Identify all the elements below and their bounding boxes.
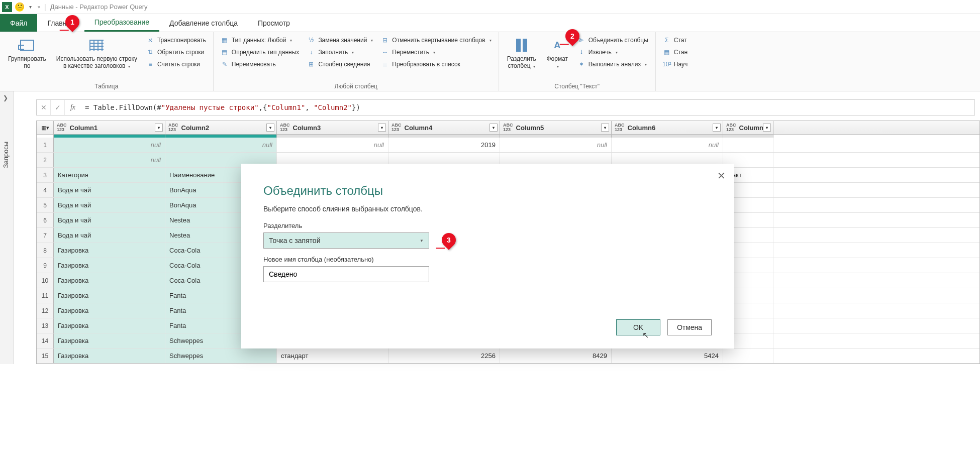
count-rows-button[interactable]: ≡Считать строки xyxy=(144,59,208,69)
table-cell[interactable]: Вода и чай xyxy=(54,183,165,197)
tab-file[interactable]: Файл xyxy=(0,14,37,32)
filter-icon[interactable]: ▾ xyxy=(378,124,386,132)
table-cell[interactable]: Газировка xyxy=(54,303,165,318)
statistics-button[interactable]: ΣСтат xyxy=(661,35,690,45)
table-cell[interactable]: null xyxy=(277,138,388,152)
queries-panel[interactable]: ❯ Запросы xyxy=(0,91,14,364)
cancel-button[interactable]: Отмена xyxy=(667,319,712,335)
replace-values-button[interactable]: ½Замена значений▾ xyxy=(305,35,375,45)
qat-dropdown-icon[interactable]: ▾ xyxy=(29,4,32,10)
rename-button[interactable]: ✎Переименовать xyxy=(219,59,302,69)
cancel-formula-icon[interactable]: ✕ xyxy=(37,100,51,115)
table-row[interactable]: 1nullnullnull2019nullnull xyxy=(37,138,979,153)
table-cell[interactable]: Газировка xyxy=(54,318,165,333)
tab-view[interactable]: Просмотр xyxy=(248,14,300,32)
table-cell[interactable]: Газировка xyxy=(54,273,165,288)
column-header[interactable]: ABC123Column5▾ xyxy=(500,121,612,134)
table-cell[interactable]: null xyxy=(612,138,723,152)
table-cell[interactable]: null xyxy=(54,138,165,152)
tab-transform[interactable]: Преобразование xyxy=(84,14,159,32)
table-cell[interactable]: Газировка xyxy=(54,258,165,273)
table-cell[interactable]: null xyxy=(54,153,165,167)
table-cell[interactable]: null xyxy=(500,138,612,152)
ok-button[interactable]: OK ↖ xyxy=(616,319,660,335)
scientific-button[interactable]: 10²Науч xyxy=(661,59,690,69)
analyze-button[interactable]: ✶Выполнить анализ▾ xyxy=(575,59,650,69)
newname-input[interactable] xyxy=(263,266,429,282)
callout-3: 3 xyxy=(439,230,459,250)
format-button[interactable]: A Формат▾ xyxy=(543,35,571,82)
merge-columns-button[interactable]: ⫸Объединить столбцы xyxy=(575,35,650,45)
table-cell[interactable]: 2019 xyxy=(388,138,500,152)
unpivot-icon: ⊟ xyxy=(381,36,389,44)
formula-text[interactable]: = Table.FillDown(#"Удалены пустые строки… xyxy=(81,103,974,111)
chevron-down-icon: ▼ xyxy=(420,239,424,243)
ribbon-body: Группировать по Использовать первую стро… xyxy=(0,32,980,91)
pivot-icon: ⊞ xyxy=(307,60,315,68)
table-cell[interactable]: 5424 xyxy=(612,348,723,363)
table-cell[interactable]: Категория xyxy=(54,168,165,182)
table-cell[interactable]: 8429 xyxy=(500,348,612,363)
column-header[interactable]: ABC123Column6▾ xyxy=(612,121,723,134)
column-header[interactable]: ABC123Column2▾ xyxy=(165,121,277,134)
filter-icon[interactable]: ▾ xyxy=(266,124,274,132)
unpivot-button[interactable]: ⊟Отменить свертывание столбцов▾ xyxy=(379,35,493,45)
table-cell[interactable]: Газировка xyxy=(54,243,165,258)
table-cell[interactable]: Вода и чай xyxy=(54,228,165,243)
reverse-rows-button[interactable]: ⇅Обратить строки xyxy=(144,47,208,57)
filter-icon[interactable]: ▾ xyxy=(763,124,771,132)
column-header[interactable]: ABC123Column3▾ xyxy=(277,121,388,134)
filter-icon[interactable]: ▾ xyxy=(489,124,498,132)
split-column-button[interactable]: Разделить столбец ▾ xyxy=(504,35,539,82)
ribbon-group-numcolumn: ΣСтат ▦Стан 10²Науч xyxy=(656,32,695,91)
table-cell[interactable] xyxy=(723,138,773,152)
extract-button[interactable]: ⤓Извлечь▾ xyxy=(575,47,650,57)
smiley-icon[interactable] xyxy=(15,3,24,12)
type-icon: ABC123 xyxy=(57,123,67,132)
close-icon[interactable]: ✕ xyxy=(717,170,726,182)
table-header: ▦▾ ABC123Column1▾ABC123Column2▾ABC123Col… xyxy=(37,121,979,135)
tolist-button[interactable]: ≣Преобразовать в список xyxy=(379,59,493,69)
table-cell[interactable] xyxy=(723,348,773,363)
separator-select[interactable]: Точка с запятой ▼ 3 xyxy=(263,232,429,249)
detect-type-button[interactable]: ▤Определить тип данных xyxy=(219,47,302,57)
datatype-button[interactable]: ▦Тип данных: Любой▾ xyxy=(219,35,302,45)
merge-columns-dialog: ✕ Объединить столбцы Выберите способ сли… xyxy=(241,164,734,348)
tab-home[interactable]: Главная 1 xyxy=(37,14,84,32)
table-cell[interactable]: Газировка xyxy=(54,288,165,303)
expand-icon[interactable]: ❯ xyxy=(3,94,8,101)
column-header[interactable]: ABC123Column7▾ xyxy=(723,121,773,134)
group-label-textcol: Столбец "Текст" xyxy=(504,82,650,90)
column-header[interactable]: ABC123Column4▾ xyxy=(388,121,500,134)
use-first-row-button[interactable]: Использовать первую строку в качестве за… xyxy=(53,35,140,82)
table-cell[interactable]: 2256 xyxy=(388,348,500,363)
table-cell[interactable]: стандарт xyxy=(277,348,388,363)
tab-addcolumn[interactable]: Добавление столбца xyxy=(159,14,248,32)
column-header[interactable]: ABC123Column1▾ xyxy=(54,121,165,134)
window-title: Данные - Редактор Power Query xyxy=(50,3,148,11)
move-button[interactable]: ↔Переместить▾ xyxy=(379,47,493,57)
type-icon: ABC123 xyxy=(168,123,178,132)
table-cell[interactable]: Газировка xyxy=(54,348,165,363)
table-cell[interactable]: null xyxy=(165,138,277,152)
pivot-button[interactable]: ⊞Столбец сведения xyxy=(305,59,375,69)
qat-customize-icon[interactable]: ▿ xyxy=(38,4,40,10)
fx-icon[interactable]: fx xyxy=(65,103,81,111)
table-row[interactable]: 15ГазировкаSchweppesстандарт225684295424 xyxy=(37,348,979,364)
filter-icon[interactable]: ▾ xyxy=(601,124,609,132)
table-cell[interactable]: Вода и чай xyxy=(54,213,165,227)
queries-label: Запросы xyxy=(2,142,10,168)
table-cell[interactable]: Schweppes xyxy=(165,348,277,363)
ribbon-tabs: Файл Главная 1 Преобразование Добавление… xyxy=(0,14,980,32)
headers-icon xyxy=(88,37,105,53)
table-corner[interactable]: ▦▾ xyxy=(37,121,54,134)
table-cell[interactable]: Газировка xyxy=(54,333,165,348)
fill-button[interactable]: ↓Заполнить▾ xyxy=(305,47,375,57)
filter-icon[interactable]: ▾ xyxy=(155,124,163,132)
standard-button[interactable]: ▦Стан xyxy=(661,47,690,57)
transpose-button[interactable]: ⤭Транспонировать xyxy=(144,35,208,45)
table-cell[interactable]: Вода и чай xyxy=(54,198,165,212)
groupby-button[interactable]: Группировать по xyxy=(5,35,49,82)
filter-icon[interactable]: ▾ xyxy=(713,124,721,132)
commit-formula-icon[interactable]: ✓ xyxy=(51,100,65,115)
